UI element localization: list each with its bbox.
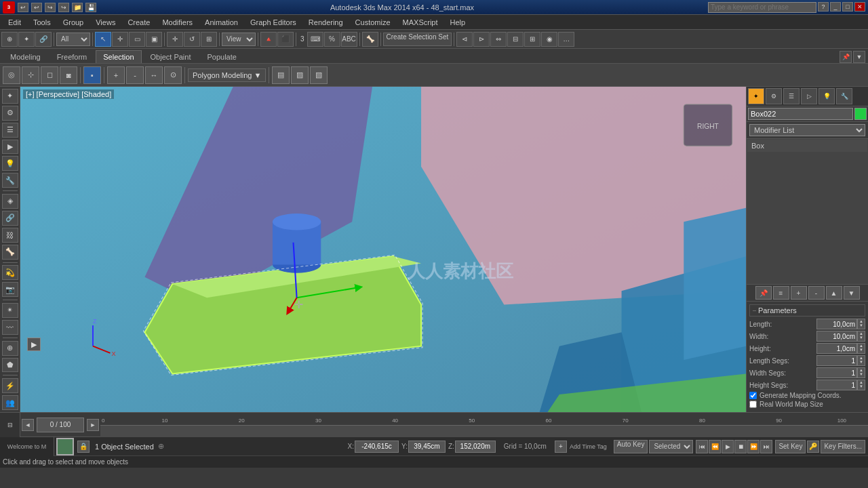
menu-views[interactable]: Views: [90, 17, 121, 28]
bone-tool[interactable]: 🦴: [362, 32, 378, 47]
timeline-main[interactable]: 0 10 20 30 40 50 60 70 80 90 100: [100, 413, 868, 437]
selected-dropdown[interactable]: Selected: [649, 440, 693, 453]
status-lock-btn[interactable]: 🔒: [77, 441, 90, 453]
ring-sel[interactable]: ⊙: [164, 66, 182, 84]
snap-toggle[interactable]: ✛: [167, 32, 183, 47]
utilities-btn[interactable]: 🔧: [2, 173, 18, 188]
status-color-swatch[interactable]: [56, 438, 74, 455]
close-btn[interactable]: ✕: [854, 2, 865, 12]
loop-sel[interactable]: ↔: [145, 66, 163, 84]
move-mod-dn-btn[interactable]: ▼: [844, 286, 860, 300]
set-key-btn[interactable]: Set Key: [775, 440, 806, 453]
sub-select-active[interactable]: ▪: [83, 66, 101, 84]
ribbon-pin[interactable]: 📌: [840, 51, 852, 63]
create-btn[interactable]: ✦: [2, 89, 18, 104]
key-filters-btn[interactable]: Key Filters...: [821, 440, 865, 453]
length-input[interactable]: [816, 319, 857, 329]
nav-next[interactable]: ⊳: [473, 32, 490, 47]
menu-rendering[interactable]: Rendering: [303, 17, 349, 28]
menu-create[interactable]: Create: [122, 17, 155, 28]
tb-open[interactable]: 📁: [72, 3, 83, 12]
select-obj-tool[interactable]: ⊕: [1, 32, 18, 47]
next-frame-btn[interactable]: ⏩: [747, 440, 760, 453]
particle-btn[interactable]: ✴: [2, 303, 18, 318]
tb-undo[interactable]: ↩: [18, 3, 28, 12]
select-region-tool[interactable]: ✦: [18, 32, 35, 47]
select-filter2[interactable]: ▣: [146, 32, 162, 47]
object-name-field[interactable]: [748, 108, 853, 120]
height-input[interactable]: [816, 343, 857, 354]
object-color-swatch[interactable]: [854, 108, 867, 120]
tab-populate[interactable]: Populate: [199, 50, 243, 63]
edge-tool[interactable]: ⊹: [22, 66, 39, 84]
select-tool[interactable]: ↖: [95, 32, 111, 47]
modifier-item-box[interactable]: Box: [747, 140, 867, 152]
tab-object-paint[interactable]: Object Paint: [143, 50, 199, 63]
add-time-tag-btn[interactable]: +: [555, 441, 567, 453]
kbd1[interactable]: ⌨: [307, 32, 323, 47]
tab-hierarchy[interactable]: ☰: [783, 88, 800, 104]
lsegs-input[interactable]: [816, 355, 857, 366]
stb-a2[interactable]: ▨: [291, 66, 309, 84]
prev-frame-btn[interactable]: ⏪: [709, 440, 721, 453]
frame-counter[interactable]: 0 / 100: [37, 418, 84, 432]
helpers-btn[interactable]: ⊕: [2, 341, 18, 356]
stb-a1[interactable]: ▤: [272, 66, 290, 84]
menu-animation[interactable]: Animation: [199, 17, 243, 28]
help-btn[interactable]: ?: [818, 2, 829, 12]
space-warp-btn[interactable]: 〰: [2, 320, 18, 335]
scroll-right[interactable]: ►: [87, 419, 99, 431]
border-tool[interactable]: ◻: [41, 66, 58, 84]
link-tool[interactable]: 🔗: [35, 32, 52, 47]
menu-help[interactable]: Help: [445, 17, 471, 28]
wsegs-spinner[interactable]: ▲▼: [857, 367, 865, 378]
tab-selection[interactable]: Selection: [96, 50, 141, 63]
bones-btn[interactable]: 🦴: [2, 245, 18, 260]
sel-filter-btn[interactable]: ◈: [2, 194, 18, 209]
add-mod-btn[interactable]: +: [791, 286, 807, 300]
tab-display[interactable]: 💡: [818, 88, 835, 104]
menu-tools[interactable]: Tools: [28, 17, 56, 28]
pct[interactable]: %: [324, 32, 340, 47]
timeline-track[interactable]: [100, 425, 868, 437]
width-spinner[interactable]: ▲▼: [857, 331, 865, 342]
scale-snap[interactable]: ⊞: [201, 32, 217, 47]
menu-group[interactable]: Group: [58, 17, 90, 28]
link-tool2[interactable]: 🔗: [2, 211, 18, 226]
scroll-left[interactable]: ◄: [22, 419, 34, 431]
edge-vert[interactable]: ◎: [3, 66, 20, 84]
tab-modeling[interactable]: Modeling: [3, 50, 48, 63]
tab-motion[interactable]: ▷: [801, 88, 817, 104]
real-world-checkbox[interactable]: [749, 401, 757, 408]
minimize-btn[interactable]: _: [830, 2, 841, 12]
play-btn[interactable]: ▶: [722, 440, 734, 453]
viewport[interactable]: [+] [Perspective] [Shaded]: [20, 87, 746, 412]
menu-customize[interactable]: Customize: [350, 17, 396, 28]
tb-save[interactable]: 💾: [85, 3, 96, 12]
tab-freeform[interactable]: Freeform: [50, 50, 95, 63]
x-value[interactable]: [355, 441, 399, 453]
motion-btn[interactable]: ▶: [2, 140, 18, 155]
select-move[interactable]: ✛: [112, 32, 128, 47]
go-end-btn[interactable]: ⏭: [760, 440, 772, 453]
modify-btn[interactable]: ⚙: [2, 106, 18, 121]
play-viewport-btn[interactable]: ▶: [27, 338, 41, 351]
rotate-snap[interactable]: ↺: [184, 32, 200, 47]
z-value[interactable]: [455, 441, 496, 453]
hsegs-spinner[interactable]: ▲▼: [857, 380, 865, 390]
width-input[interactable]: [816, 331, 857, 342]
crowd-btn[interactable]: 👥: [2, 395, 18, 410]
tab-create[interactable]: ✦: [748, 88, 764, 104]
reactor-btn[interactable]: ⚡: [2, 378, 18, 393]
light-btn[interactable]: 💫: [2, 265, 18, 280]
layer-tool[interactable]: ⊞: [524, 32, 540, 47]
menu-graph-editors[interactable]: Graph Editors: [245, 17, 302, 28]
wsegs-input[interactable]: [816, 367, 857, 378]
view-dropdown[interactable]: View: [222, 33, 256, 46]
tab-modify[interactable]: ⚙: [766, 88, 782, 104]
poly-model-label[interactable]: Polygon Modeling ▼: [188, 68, 266, 82]
generate-mapping-checkbox[interactable]: [749, 392, 757, 399]
hierarchy-btn[interactable]: ☰: [2, 123, 18, 138]
params-collapse[interactable]: – Parameters: [749, 304, 865, 317]
shrink-sel[interactable]: -: [126, 66, 144, 84]
